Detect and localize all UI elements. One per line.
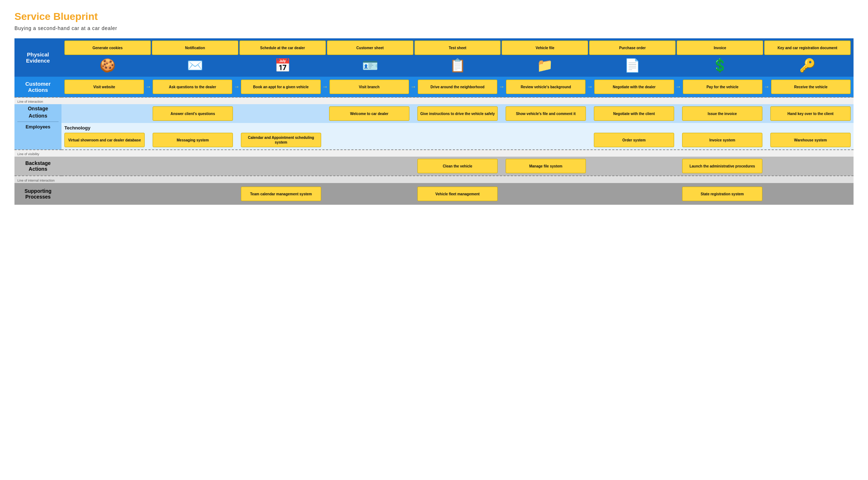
page-subtitle: Buying a second-hand car at a car dealer bbox=[14, 25, 854, 31]
tech-1: Virtual showroom and car dealer database bbox=[64, 133, 145, 147]
line-internal: Line of internal interaction bbox=[14, 176, 854, 183]
ca-pay: Pay for the vehicle bbox=[683, 80, 762, 94]
employees-content: Answer client's questions Welcome to car… bbox=[61, 104, 854, 123]
evidence-card-3: Schedule at the car dealer bbox=[239, 41, 326, 55]
line-interaction: Line of interaction bbox=[14, 97, 854, 104]
ca-review-vehicle: Review vehicle's background bbox=[506, 80, 586, 94]
technology-content: Technology Virtual showroom and car deal… bbox=[61, 123, 854, 150]
ca-visit-website: Visit website bbox=[64, 80, 144, 94]
ca-ask-questions: Ask questions to the dealer bbox=[153, 80, 232, 94]
technology-row: Technology Virtual showroom and car deal… bbox=[14, 123, 854, 150]
bs-8: Launch the administrative procedures bbox=[682, 159, 762, 173]
icon-customer-sheet: 🪪 bbox=[327, 56, 413, 75]
line-visibility: Line of visibility bbox=[14, 150, 854, 157]
supporting-content: Team calendar management system Vehicle … bbox=[61, 183, 854, 205]
tech-4 bbox=[329, 133, 409, 147]
sp-1 bbox=[64, 187, 145, 201]
evidence-card-5: Test sheet bbox=[414, 41, 501, 55]
backstage-label: Backstage Actions bbox=[14, 157, 61, 176]
evidence-card-9: Key and car registration document bbox=[764, 41, 851, 55]
tech-9: Warehouse system bbox=[770, 133, 851, 147]
ca-receive: Receive the vehicle bbox=[771, 80, 851, 94]
emp-6: Show vehicle's file and comment it bbox=[506, 106, 586, 121]
technology-label: Technology bbox=[64, 125, 851, 131]
customer-actions-content: Visit website → Ask questions to the dea… bbox=[61, 77, 854, 97]
sp-5: Vehicle fleet management bbox=[417, 187, 498, 201]
physical-evidence-row: Physical Evidence Generate cookies Notif… bbox=[14, 38, 854, 77]
arrow-1: → bbox=[145, 84, 152, 90]
physical-evidence-content: Generate cookies Notification Schedule a… bbox=[61, 38, 854, 77]
arrow-5: → bbox=[498, 84, 505, 90]
sp-8: State registration system bbox=[682, 187, 762, 201]
line-visibility-row: Line of visibility bbox=[14, 150, 854, 157]
customer-actions-cards: Visit website → Ask questions to the dea… bbox=[64, 80, 851, 94]
evidence-card-7: Purchase order bbox=[589, 41, 676, 55]
arrow-7: → bbox=[675, 84, 682, 90]
physical-evidence-label: Physical Evidence bbox=[14, 38, 61, 77]
emp-3 bbox=[241, 106, 321, 121]
sp-2 bbox=[153, 187, 233, 201]
evidence-icons-row: 🍪 ✉️ 📅 🪪 📋 📁 📄 💲 🔑 bbox=[64, 56, 851, 75]
technology-cards: Virtual showroom and car dealer database… bbox=[64, 133, 851, 147]
arrow-3: → bbox=[322, 84, 328, 90]
evidence-card-6: Vehicle file bbox=[502, 41, 588, 55]
emp-5: Give instructions to drive the vehicle s… bbox=[417, 106, 498, 121]
icon-notification: ✉️ bbox=[152, 56, 238, 75]
icon-invoice: 💲 bbox=[677, 56, 763, 75]
page-title: Service Blueprint bbox=[14, 11, 854, 22]
employees-cards: Answer client's questions Welcome to car… bbox=[64, 106, 851, 121]
sp-9 bbox=[770, 187, 851, 201]
evidence-card-8: Invoice bbox=[677, 41, 763, 55]
tech-7: Order system bbox=[594, 133, 674, 147]
tech-6 bbox=[506, 133, 586, 147]
arrow-8: → bbox=[763, 84, 770, 90]
bs-5: Clean the vehicle bbox=[417, 159, 498, 173]
ca-drive-around: Drive around the neighborhood bbox=[418, 80, 497, 94]
emp-2: Answer client's questions bbox=[153, 106, 233, 121]
tech-5 bbox=[417, 133, 498, 147]
customer-actions-label: Customer Actions bbox=[14, 77, 61, 97]
bs-7 bbox=[594, 159, 674, 173]
supporting-row: Supporting Processes Team calendar manag… bbox=[14, 183, 854, 205]
bs-1 bbox=[64, 159, 145, 173]
sp-7 bbox=[594, 187, 674, 201]
line-internal-row: Line of internal interaction bbox=[14, 176, 854, 183]
tech-3: Calendar and Appointment scheduling syst… bbox=[241, 133, 321, 147]
backstage-cards: Clean the vehicle Manage file system Lau… bbox=[64, 159, 851, 173]
sp-3: Team calendar management system bbox=[241, 187, 321, 201]
tech-8: Invoice system bbox=[682, 133, 762, 147]
bs-6: Manage file system bbox=[506, 159, 586, 173]
icon-purchase-order: 📄 bbox=[589, 56, 676, 75]
bs-3 bbox=[241, 159, 321, 173]
ca-book-appt: Book an appt for a given vehicle bbox=[241, 80, 320, 94]
icon-calendar: 📅 bbox=[239, 56, 326, 75]
evidence-card-1: Generate cookies bbox=[64, 41, 151, 55]
employees-row: Onstage Actions Employees Answer client'… bbox=[14, 104, 854, 123]
sp-6 bbox=[506, 187, 586, 201]
arrow-6: → bbox=[587, 84, 593, 90]
icon-vehicle-file: 📁 bbox=[502, 56, 588, 75]
onstage-title: Onstage bbox=[17, 106, 59, 111]
icon-key: 🔑 bbox=[764, 56, 851, 75]
emp-1 bbox=[64, 106, 145, 121]
emp-4: Welcome to car dealer bbox=[329, 106, 409, 121]
onstage-subtitle: Actions bbox=[17, 113, 59, 119]
supporting-label: Supporting Processes bbox=[14, 183, 61, 205]
evidence-card-2: Notification bbox=[152, 41, 238, 55]
backstage-row: Backstage Actions Clean the vehicle Mana… bbox=[14, 157, 854, 176]
bs-4 bbox=[329, 159, 409, 173]
bs-2 bbox=[153, 159, 233, 173]
evidence-cards-row: Generate cookies Notification Schedule a… bbox=[64, 41, 851, 55]
arrow-2: → bbox=[233, 84, 240, 90]
emp-9: Hand key over to the client bbox=[770, 106, 851, 121]
icon-cookies: 🍪 bbox=[64, 56, 151, 75]
bs-9 bbox=[770, 159, 851, 173]
emp-8: Issue the invoice bbox=[682, 106, 762, 121]
customer-actions-row: Customer Actions Visit website → Ask que… bbox=[14, 77, 854, 97]
emp-7: Negotiate with the client bbox=[594, 106, 674, 121]
line-interaction-row: Line of interaction bbox=[14, 97, 854, 104]
sp-4 bbox=[329, 187, 409, 201]
ca-visit-branch: Visit branch bbox=[329, 80, 409, 94]
onstage-label-cell: Onstage Actions Employees bbox=[14, 104, 61, 150]
employees-sub-label: Employees bbox=[17, 122, 59, 129]
